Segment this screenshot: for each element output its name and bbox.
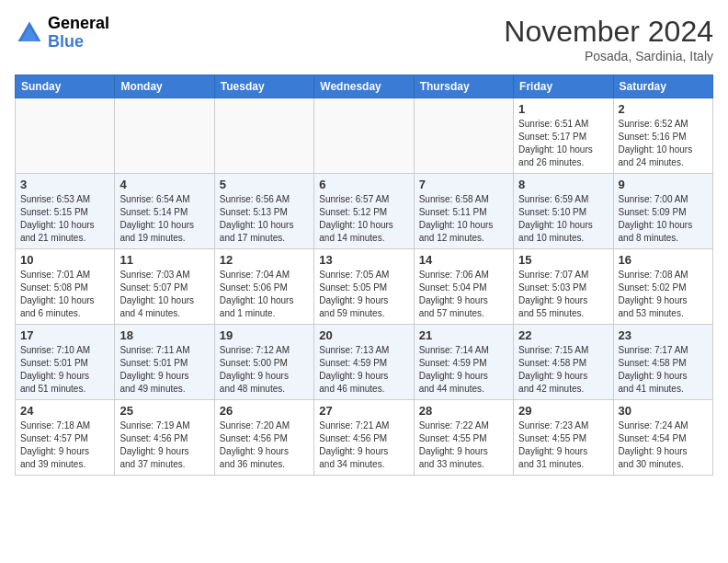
weekday-header-friday: Friday bbox=[514, 75, 613, 98]
calendar-cell: 21Sunrise: 7:14 AM Sunset: 4:59 PM Dayli… bbox=[414, 325, 513, 400]
day-number: 13 bbox=[319, 253, 408, 267]
calendar-week-row: 10Sunrise: 7:01 AM Sunset: 5:08 PM Dayli… bbox=[16, 249, 713, 325]
day-number: 16 bbox=[619, 253, 708, 267]
logo: General Blue bbox=[15, 15, 109, 52]
day-number: 8 bbox=[518, 178, 608, 191]
calendar-cell: 12Sunrise: 7:04 AM Sunset: 5:06 PM Dayli… bbox=[214, 249, 313, 325]
day-number: 11 bbox=[119, 253, 209, 267]
day-info: Sunrise: 7:05 AM Sunset: 5:05 PM Dayligh… bbox=[319, 269, 408, 320]
calendar-cell: 29Sunrise: 7:23 AM Sunset: 4:55 PM Dayli… bbox=[514, 400, 613, 476]
day-number: 25 bbox=[119, 404, 209, 418]
calendar-cell bbox=[115, 98, 214, 174]
day-info: Sunrise: 6:56 AM Sunset: 5:13 PM Dayligh… bbox=[220, 193, 309, 245]
calendar-cell: 17Sunrise: 7:10 AM Sunset: 5:01 PM Dayli… bbox=[16, 325, 115, 400]
day-number: 15 bbox=[518, 253, 608, 267]
day-number: 30 bbox=[619, 404, 708, 418]
weekday-header-monday: Monday bbox=[115, 75, 214, 98]
calendar-cell: 13Sunrise: 7:05 AM Sunset: 5:05 PM Dayli… bbox=[314, 249, 414, 325]
day-info: Sunrise: 6:53 AM Sunset: 5:15 PM Dayligh… bbox=[20, 193, 109, 245]
day-number: 28 bbox=[419, 404, 508, 418]
day-number: 4 bbox=[119, 178, 209, 191]
calendar-cell: 5Sunrise: 6:56 AM Sunset: 5:13 PM Daylig… bbox=[214, 174, 313, 249]
day-info: Sunrise: 6:58 AM Sunset: 5:11 PM Dayligh… bbox=[419, 193, 508, 245]
calendar-cell: 7Sunrise: 6:58 AM Sunset: 5:11 PM Daylig… bbox=[414, 174, 513, 249]
day-number: 6 bbox=[319, 178, 408, 191]
weekday-header-wednesday: Wednesday bbox=[314, 75, 414, 98]
calendar-cell bbox=[314, 98, 414, 174]
calendar-cell: 8Sunrise: 6:59 AM Sunset: 5:10 PM Daylig… bbox=[514, 174, 613, 249]
calendar-cell: 16Sunrise: 7:08 AM Sunset: 5:02 PM Dayli… bbox=[613, 249, 712, 325]
day-number: 18 bbox=[119, 328, 209, 342]
day-info: Sunrise: 6:51 AM Sunset: 5:17 PM Dayligh… bbox=[518, 118, 608, 169]
day-info: Sunrise: 7:13 AM Sunset: 4:59 PM Dayligh… bbox=[319, 344, 408, 396]
day-info: Sunrise: 7:06 AM Sunset: 5:04 PM Dayligh… bbox=[419, 269, 508, 320]
calendar-cell: 20Sunrise: 7:13 AM Sunset: 4:59 PM Dayli… bbox=[314, 325, 414, 400]
day-number: 20 bbox=[319, 328, 408, 342]
day-info: Sunrise: 7:19 AM Sunset: 4:56 PM Dayligh… bbox=[119, 419, 209, 471]
weekday-header-saturday: Saturday bbox=[613, 75, 712, 98]
day-info: Sunrise: 7:14 AM Sunset: 4:59 PM Dayligh… bbox=[419, 344, 508, 396]
day-info: Sunrise: 7:01 AM Sunset: 5:08 PM Dayligh… bbox=[20, 269, 109, 320]
calendar-cell: 9Sunrise: 7:00 AM Sunset: 5:09 PM Daylig… bbox=[613, 174, 712, 249]
title-block: November 2024 Posada, Sardinia, Italy bbox=[504, 15, 713, 63]
day-info: Sunrise: 7:17 AM Sunset: 4:58 PM Dayligh… bbox=[619, 344, 708, 396]
calendar-cell: 23Sunrise: 7:17 AM Sunset: 4:58 PM Dayli… bbox=[613, 325, 712, 400]
day-number: 10 bbox=[20, 253, 109, 267]
day-info: Sunrise: 7:24 AM Sunset: 4:54 PM Dayligh… bbox=[619, 419, 708, 471]
calendar-cell: 25Sunrise: 7:19 AM Sunset: 4:56 PM Dayli… bbox=[115, 400, 214, 476]
day-number: 22 bbox=[518, 328, 608, 342]
day-number: 12 bbox=[220, 253, 309, 267]
weekday-header-row: SundayMondayTuesdayWednesdayThursdayFrid… bbox=[16, 75, 713, 98]
day-info: Sunrise: 6:59 AM Sunset: 5:10 PM Dayligh… bbox=[518, 193, 608, 245]
calendar-cell: 24Sunrise: 7:18 AM Sunset: 4:57 PM Dayli… bbox=[16, 400, 115, 476]
calendar-cell: 28Sunrise: 7:22 AM Sunset: 4:55 PM Dayli… bbox=[414, 400, 513, 476]
day-info: Sunrise: 7:11 AM Sunset: 5:01 PM Dayligh… bbox=[119, 344, 209, 396]
calendar-cell: 22Sunrise: 7:15 AM Sunset: 4:58 PM Dayli… bbox=[514, 325, 613, 400]
weekday-header-sunday: Sunday bbox=[16, 75, 115, 98]
day-info: Sunrise: 6:54 AM Sunset: 5:14 PM Dayligh… bbox=[119, 193, 209, 245]
day-info: Sunrise: 7:07 AM Sunset: 5:03 PM Dayligh… bbox=[518, 269, 608, 320]
calendar-table: SundayMondayTuesdayWednesdayThursdayFrid… bbox=[15, 75, 713, 476]
day-number: 27 bbox=[319, 404, 408, 418]
calendar-cell: 26Sunrise: 7:20 AM Sunset: 4:56 PM Dayli… bbox=[214, 400, 313, 476]
calendar-cell: 15Sunrise: 7:07 AM Sunset: 5:03 PM Dayli… bbox=[514, 249, 613, 325]
day-info: Sunrise: 7:20 AM Sunset: 4:56 PM Dayligh… bbox=[220, 419, 309, 471]
day-number: 24 bbox=[20, 404, 109, 418]
weekday-header-tuesday: Tuesday bbox=[214, 75, 313, 98]
day-number: 3 bbox=[20, 178, 109, 191]
day-info: Sunrise: 7:03 AM Sunset: 5:07 PM Dayligh… bbox=[119, 269, 209, 320]
logo-general: General bbox=[48, 15, 109, 33]
calendar-cell: 10Sunrise: 7:01 AM Sunset: 5:08 PM Dayli… bbox=[16, 249, 115, 325]
calendar-week-row: 1Sunrise: 6:51 AM Sunset: 5:17 PM Daylig… bbox=[16, 98, 713, 174]
calendar-week-row: 24Sunrise: 7:18 AM Sunset: 4:57 PM Dayli… bbox=[16, 400, 713, 476]
month-title: November 2024 bbox=[504, 15, 713, 49]
logo-icon bbox=[15, 18, 44, 48]
day-number: 9 bbox=[619, 178, 708, 191]
day-info: Sunrise: 6:52 AM Sunset: 5:16 PM Dayligh… bbox=[619, 118, 708, 169]
logo-blue: Blue bbox=[48, 33, 109, 52]
calendar-cell: 18Sunrise: 7:11 AM Sunset: 5:01 PM Dayli… bbox=[115, 325, 214, 400]
calendar-cell bbox=[214, 98, 313, 174]
calendar-cell: 11Sunrise: 7:03 AM Sunset: 5:07 PM Dayli… bbox=[115, 249, 214, 325]
calendar-cell: 30Sunrise: 7:24 AM Sunset: 4:54 PM Dayli… bbox=[613, 400, 712, 476]
day-info: Sunrise: 6:57 AM Sunset: 5:12 PM Dayligh… bbox=[319, 193, 408, 245]
day-number: 23 bbox=[619, 328, 708, 342]
day-number: 19 bbox=[220, 328, 309, 342]
day-info: Sunrise: 7:23 AM Sunset: 4:55 PM Dayligh… bbox=[518, 419, 608, 471]
day-info: Sunrise: 7:15 AM Sunset: 4:58 PM Dayligh… bbox=[518, 344, 608, 396]
day-number: 14 bbox=[419, 253, 508, 267]
calendar-cell: 27Sunrise: 7:21 AM Sunset: 4:56 PM Dayli… bbox=[314, 400, 414, 476]
day-info: Sunrise: 7:00 AM Sunset: 5:09 PM Dayligh… bbox=[619, 193, 708, 245]
location: Posada, Sardinia, Italy bbox=[504, 49, 713, 63]
day-number: 2 bbox=[619, 102, 708, 116]
calendar-cell: 1Sunrise: 6:51 AM Sunset: 5:17 PM Daylig… bbox=[514, 98, 613, 174]
day-number: 17 bbox=[20, 328, 109, 342]
calendar-cell: 3Sunrise: 6:53 AM Sunset: 5:15 PM Daylig… bbox=[16, 174, 115, 249]
weekday-header-thursday: Thursday bbox=[414, 75, 513, 98]
day-number: 29 bbox=[518, 404, 608, 418]
calendar-week-row: 3Sunrise: 6:53 AM Sunset: 5:15 PM Daylig… bbox=[16, 174, 713, 249]
day-info: Sunrise: 7:10 AM Sunset: 5:01 PM Dayligh… bbox=[20, 344, 109, 396]
day-info: Sunrise: 7:22 AM Sunset: 4:55 PM Dayligh… bbox=[419, 419, 508, 471]
calendar-cell: 6Sunrise: 6:57 AM Sunset: 5:12 PM Daylig… bbox=[314, 174, 414, 249]
day-number: 26 bbox=[220, 404, 309, 418]
